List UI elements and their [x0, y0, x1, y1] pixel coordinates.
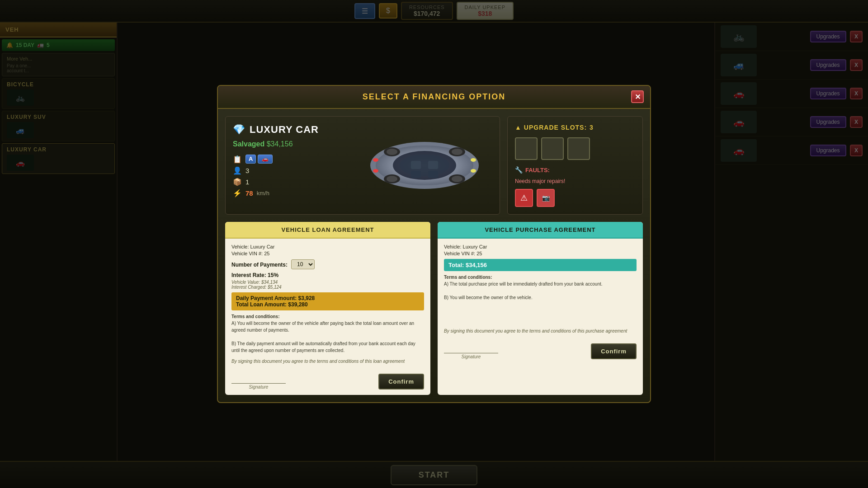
faults-row: 🔧 FAULTS:: [515, 166, 635, 174]
purchase-confirm-button[interactable]: Confirm: [591, 343, 637, 359]
upgrade-header: ▲ UPGRADE SLOTS: 3: [515, 124, 635, 131]
purchase-total-bar: Total: $34,156: [444, 259, 637, 271]
purchase-terms: Terms and conditions: A) The total purch…: [444, 274, 637, 301]
terms-title: Terms and conditions:: [231, 314, 280, 319]
interest-charged-field: Interest Charged: $5,124: [231, 285, 424, 290]
purchase-agreement-header: VEHICLE PURCHASE AGREEMENT: [438, 222, 643, 239]
interest-value: 15%: [268, 272, 278, 278]
vehicle-image: [357, 124, 492, 207]
loan-terms: Terms and conditions: A) You will become…: [231, 313, 424, 354]
purchase-terms-title: Terms and conditions:: [444, 275, 492, 280]
faults-wrench-icon: 🔧: [515, 166, 523, 174]
car-svg: [361, 134, 488, 197]
loan-signing: By signing this document you agree to th…: [231, 359, 405, 364]
purchase-vehicle-field: Vehicle: Luxury Car: [444, 244, 637, 249]
fault-icon-1: ⚠: [515, 189, 533, 207]
vehicle-name-row: 💎 LUXURY CAR: [233, 124, 349, 136]
upgrade-chevron-icon: ▲: [515, 124, 521, 131]
svg-point-3: [400, 155, 449, 176]
cargo-icon: 📦: [233, 178, 242, 186]
speed-unit: km/h: [257, 190, 269, 197]
upgrade-slot-2: [541, 137, 564, 160]
financing-modal: SELECT A FINANCING OPTION ✕ 💎 LUXURY CAR…: [217, 85, 651, 403]
faults-description: Needs major repairs!: [515, 178, 635, 184]
stat-row-cargo: 📦 1: [233, 178, 349, 186]
stat-badges: A 🚗: [245, 155, 273, 164]
interest-label-text: Interest Rate:: [231, 272, 266, 278]
payments-label: Number of Payments:: [231, 262, 288, 268]
modal-body: 💎 LUXURY CAR Salvaged $34,156 📋: [218, 109, 650, 402]
total-loan-value: $39,280: [288, 301, 307, 308]
gem-icon: 💎: [233, 124, 245, 136]
loan-agreement-header: VEHICLE LOAN AGREEMENT: [225, 222, 430, 239]
loan-signature-row: Signature Confirm: [231, 370, 424, 389]
interest-charged-label: Interest Charged:: [231, 285, 266, 290]
terms-a: A) You will become the owner of the vehi…: [231, 321, 414, 333]
purchase-signing-text: By signing this document you agree to th…: [444, 328, 637, 333]
salvage-label: Salvaged: [233, 140, 264, 148]
fault-icons-container: ⚠ 📷: [515, 189, 635, 207]
cargo-value: 1: [245, 178, 249, 186]
purchase-header-label: VEHICLE PURCHASE AGREEMENT: [485, 226, 595, 233]
agreements-row: VEHICLE LOAN AGREEMENT Vehicle: Luxury C…: [225, 222, 643, 395]
upgrade-slot-1: [515, 137, 538, 160]
interest-charged-amount: $5,124: [268, 285, 282, 290]
purchase-total-label: Total:: [448, 262, 464, 268]
purchase-total-value: $34,156: [466, 262, 487, 268]
modal-title: SELECT A FINANCING OPTION: [363, 92, 506, 101]
loan-signature-line: [231, 383, 286, 384]
loan-vin-label: Vehicle VIN #:: [231, 251, 264, 256]
loan-vin-value: 25: [264, 251, 269, 256]
svg-rect-6: [411, 171, 421, 178]
vehicle-value-field: Vehicle Value: $34,134: [231, 280, 424, 285]
loan-agreement-card: VEHICLE LOAN AGREEMENT Vehicle: Luxury C…: [225, 222, 430, 395]
svg-point-9: [387, 149, 397, 155]
daily-payment-value: $3,928: [298, 295, 315, 301]
payments-select[interactable]: 10 15 20: [291, 259, 315, 269]
svg-point-16: [471, 158, 476, 162]
fault-icon-2: 📷: [537, 189, 555, 207]
purchase-vin-field: Vehicle VIN #: 25: [444, 251, 637, 256]
total-loan-label: Total Loan Amount:: [236, 301, 287, 308]
loan-vehicle-value: Luxury Car: [250, 244, 275, 249]
svg-point-11: [452, 149, 462, 155]
vehicle-value-label: Vehicle Value:: [231, 280, 260, 285]
loan-confirm-button[interactable]: Confirm: [378, 374, 424, 389]
vehicle-section: 💎 LUXURY CAR Salvaged $34,156 📋: [225, 116, 643, 215]
badge-car: 🚗: [258, 155, 273, 164]
purchase-terms-b: B) You will become the owner of the vehi…: [444, 295, 533, 300]
svg-rect-5: [428, 161, 438, 169]
purchase-vin-label: Vehicle VIN #:: [444, 251, 476, 256]
svg-rect-7: [428, 171, 438, 178]
modal-overlay: SELECT A FINANCING OPTION ✕ 💎 LUXURY CAR…: [0, 0, 868, 488]
vehicle-info-card: 💎 LUXURY CAR Salvaged $34,156 📋: [225, 116, 500, 215]
upgrade-title: UPGRADE SLOTS:: [524, 124, 587, 131]
svg-rect-4: [411, 161, 421, 169]
interest-rate-label: Interest Rate: 15%: [231, 272, 424, 278]
svg-point-17: [471, 169, 476, 173]
purchase-agreement-body: Vehicle: Luxury Car Vehicle VIN #: 25 To…: [438, 239, 643, 365]
purchase-signature-area: Signature: [444, 353, 498, 359]
purchase-vin-value: 25: [476, 251, 482, 256]
salvage-price-value: $34,156: [267, 140, 293, 148]
loan-header-label: VEHICLE LOAN AGREEMENT: [282, 226, 374, 233]
speed-value: 78: [245, 189, 253, 197]
vehicle-details: 💎 LUXURY CAR Salvaged $34,156 📋: [233, 124, 349, 207]
type-icon: 📋: [233, 155, 242, 164]
upgrade-panel: ▲ UPGRADE SLOTS: 3 🔧 FAULTS: Needs major…: [507, 116, 643, 215]
loan-signing-text: By signing this document you agree to th…: [231, 358, 424, 364]
daily-payment-row: Daily Payment Amount: $3,928: [236, 295, 420, 301]
purchase-vehicle-value: Luxury Car: [463, 244, 487, 249]
salvage-row: Salvaged $34,156: [233, 140, 349, 148]
terms-b: B) The daily payment amount will be auto…: [231, 341, 415, 353]
loan-vehicle-label: Vehicle:: [231, 244, 250, 249]
loan-highlight-row: Daily Payment Amount: $3,928 Total Loan …: [231, 292, 424, 310]
daily-payment-label: Daily Payment Amount:: [236, 295, 297, 301]
purchase-signing: By signing this document you agree to th…: [444, 328, 627, 333]
vehicle-stats: 📋 A 🚗 👤 3 📦: [233, 155, 349, 197]
modal-close-button[interactable]: ✕: [631, 90, 644, 103]
total-loan-row: Total Loan Amount: $39,280: [236, 301, 420, 308]
faults-label: FAULTS:: [525, 167, 550, 174]
svg-point-15: [452, 176, 462, 182]
svg-point-19: [373, 169, 378, 173]
